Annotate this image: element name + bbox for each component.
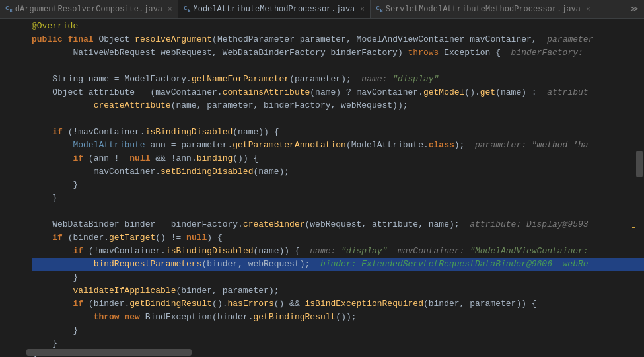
code-area: @Override public final Object resolveArg… xyxy=(0,19,644,357)
code-content: @Override public final Object resolveArg… xyxy=(26,19,644,357)
java-icon-1: cB xyxy=(5,4,13,13)
scrollbar-vertical[interactable] xyxy=(636,151,643,177)
code-line-21: validateIfApplicable(binder, parameter); xyxy=(32,284,644,298)
code-line-18: if (!mavContainer.isBindingDisabled(name… xyxy=(32,245,644,258)
tab-dargumentresolver[interactable]: cB dArgumentResolverComposite.java × xyxy=(0,0,178,18)
close-icon-1[interactable]: × xyxy=(168,5,172,13)
java-icon-3: cB xyxy=(376,4,383,13)
code-line-11: if (ann != null && !ann.binding()) { xyxy=(32,152,644,165)
tab-servletmodelattribute[interactable]: cB ServletModelAttributeMethodProcessor.… xyxy=(371,0,596,18)
code-line-6: Object attribute = (mavContainer.contain… xyxy=(32,86,644,99)
code-line-15 xyxy=(32,205,644,218)
line-numbers xyxy=(0,19,26,357)
code-line-14: } xyxy=(32,192,644,205)
tab-overflow[interactable]: ≫ xyxy=(625,4,644,14)
close-icon-2[interactable]: × xyxy=(360,5,365,13)
code-line-10: ModelAttribute ann = parameter.getParame… xyxy=(32,139,644,152)
tab-modelattributemethodprocessor[interactable]: cB ModelAttributeMethodProcessor.java × xyxy=(178,0,371,18)
indicator-yellow xyxy=(632,227,635,228)
java-icon-2: cB xyxy=(184,4,191,13)
code-line-13: } xyxy=(32,178,644,192)
code-line-1: @Override xyxy=(32,20,644,33)
code-line-16: WebDataBinder binder = binderFactory.cre… xyxy=(32,218,644,231)
code-line-20: } xyxy=(32,271,644,284)
code-line-24: } xyxy=(32,324,644,337)
code-line-7: createAttribute(name, parameter, binderF… xyxy=(32,99,644,112)
tab-label-2: ModelAttributeMethodProcessor.java xyxy=(193,5,355,14)
code-line-19: bindRequestParameters(binder, webRequest… xyxy=(32,258,644,271)
code-line-23: throw new BindException(binder.getBindin… xyxy=(32,311,644,324)
close-icon-3[interactable]: × xyxy=(586,5,590,13)
code-line-22: if (binder.getBindingResult().hasErrors(… xyxy=(32,298,644,311)
code-line-3: NativeWebRequest webRequest, WebDataBind… xyxy=(32,46,644,60)
scrollbar-horizontal[interactable] xyxy=(26,349,192,356)
code-line-2: public final Object resolveArgument(Meth… xyxy=(32,33,644,46)
code-line-8 xyxy=(32,112,644,126)
code-line-9: if (!mavContainer.isBindingDisabled(name… xyxy=(32,126,644,139)
code-line-4 xyxy=(32,60,644,73)
code-line-5: String name = ModelFactory.getNameForPar… xyxy=(32,73,644,86)
editor: @Override public final Object resolveArg… xyxy=(0,19,644,357)
code-line-17: if (binder.getTarget() != null) { xyxy=(32,231,644,245)
tab-label-1: dArgumentResolverComposite.java xyxy=(15,5,162,14)
tab-bar: cB dArgumentResolverComposite.java × cB … xyxy=(0,0,644,19)
code-line-12: mavContainer.setBindingDisabled(name); xyxy=(32,165,644,178)
code-line-25: } xyxy=(32,337,644,350)
tab-label-3: ServletModelAttributeMethodProcessor.jav… xyxy=(386,5,581,14)
